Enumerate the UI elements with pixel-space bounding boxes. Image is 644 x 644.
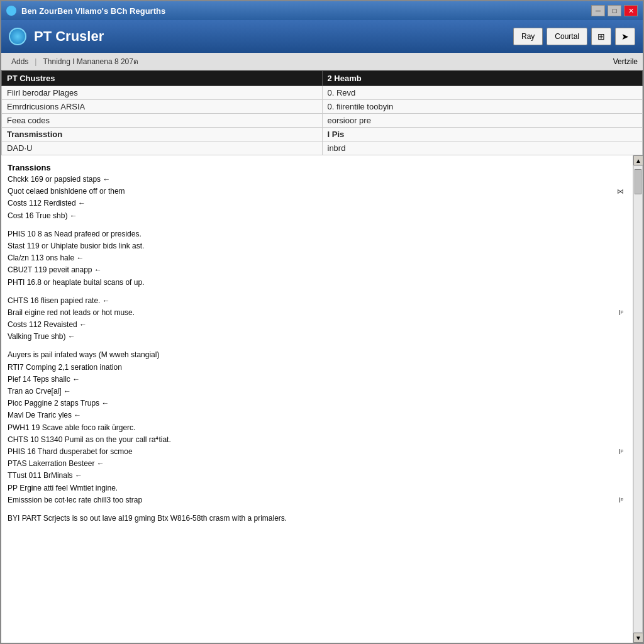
info-cell-pt-chustres: PT Chustres — [2, 71, 323, 86]
line-badge-1: ⋈ — [617, 186, 624, 197]
line-text-22: PWH1 19 Scave able foco raik ürgerc. — [8, 422, 624, 434]
content-line-7: Cla/zn 113 ons hale ← — [8, 252, 624, 264]
line-text-21: Mavl De Traric yles ← — [8, 409, 624, 421]
info-cell-fiir: 0. fiirentile toobyin — [322, 100, 643, 114]
line-text-18: Pief 14 Teps shailc ← — [8, 374, 624, 386]
close-button[interactable]: ✕ — [624, 5, 638, 16]
app-header: PT Crusler Ray Courtal ⊞ ➤ — [1, 20, 643, 53]
content-line-23: CHTS 10 S1340 Pumil as on the your call … — [8, 434, 624, 446]
line-text-17: RTI7 Comping 2,1 seration ination — [8, 362, 624, 374]
line-text-23: CHTS 10 S1340 Pumil as on the your call … — [8, 434, 624, 446]
line-text-20: Pioc Paggine 2 staps Trups ← — [8, 397, 624, 409]
main-window: Ben ZourBen VIlamo's BCh Regurths ─ □ ✕ … — [0, 0, 644, 644]
scroll-track[interactable] — [633, 165, 643, 633]
info-cell-pis: I Pis — [322, 128, 643, 142]
info-cell-eors: eorsioor pre — [322, 114, 643, 128]
content-line-2: Costs 112 Rerdisted ← — [8, 197, 624, 209]
content-line-30: BYI PART Scrjects is so out lave al19 gm… — [8, 513, 624, 525]
ray-button[interactable]: Ray — [513, 28, 543, 45]
content-line-13: Costs 112 Revaisted ← — [8, 319, 624, 331]
line-text-27: PP Ergine atti feel Wmtiet ingine. — [8, 482, 624, 494]
content-line-24: PHIS 16 Thard dusperabet for scmoeIᵖ — [8, 446, 624, 458]
title-bar: Ben ZourBen VIlamo's BCh Regurths ─ □ ✕ — [1, 1, 643, 20]
content-line-25: PTAS Lakerration Besteer ← — [8, 458, 624, 470]
info-cell-fiirl: Fiirl berodar Plages — [2, 86, 323, 100]
line-text-9: PHTI 16.8 or heaplate buital scans of up… — [8, 277, 624, 289]
table-row-2: Emrdricusions ARSIA 0. fiirentile toobyi… — [2, 100, 643, 114]
table-row-dad: DAD·U inbrd — [2, 142, 643, 155]
line-text-26: TTust 011 BrMinals ← — [8, 470, 624, 482]
minimize-button[interactable]: ─ — [591, 5, 605, 16]
info-table: PT Chustres 2 Heamb Fiirl berodar Plages… — [1, 70, 643, 155]
blank-line-29 — [8, 506, 624, 513]
app-icon — [9, 28, 26, 45]
scroll-thumb[interactable] — [635, 169, 641, 194]
content-line-0: Chckk 169 or papsied staps ← — [8, 174, 624, 186]
line-text-8: CBU2T 119 peveit anapp ← — [8, 264, 624, 276]
line-text-25: PTAS Lakerration Besteer ← — [8, 458, 624, 470]
tab-divider: | — [33, 57, 38, 66]
maximize-button[interactable]: □ — [608, 5, 621, 16]
line-text-5: PHIS 10 8 as Nead prafeed or presides. — [8, 228, 624, 240]
courtal-button[interactable]: Courtal — [547, 28, 587, 45]
content-line-28: Emisssion be cot·lec rate chill3 too str… — [8, 494, 624, 506]
content-line-21: Mavl De Traric yles ← — [8, 409, 624, 421]
content-line-14: Valking True shb) ← — [8, 331, 624, 343]
line-badge-12: Iᵖ — [619, 308, 624, 319]
content-area: Transsions Chckk 169 or papsied staps ←Q… — [1, 155, 643, 643]
content-line-8: CBU2T 119 peveit anapp ← — [8, 264, 624, 276]
blank-line-15 — [8, 343, 624, 349]
line-text-2: Costs 112 Rerdisted ← — [8, 197, 624, 209]
tab-bar: Adds | Thnidng I Mananena 8 207ด Vertzil… — [1, 53, 643, 70]
section-title: Transsions — [8, 163, 624, 172]
info-cell-feea: Feea codes — [2, 114, 323, 128]
info-cell-transmission: Transmisstion — [2, 128, 323, 142]
blank-line-4 — [8, 222, 624, 228]
line-text-19: Tran ao Crve[al] ← — [8, 386, 624, 397]
content-line-20: Pioc Paggine 2 staps Trups ← — [8, 397, 624, 409]
blank-line-10 — [8, 289, 624, 295]
content-line-27: PP Ergine atti feel Wmtiet ingine. — [8, 482, 624, 494]
content-line-9: PHTI 16.8 or heaplate buital scans of up… — [8, 277, 624, 289]
scroll-down-button[interactable]: ▼ — [633, 633, 643, 643]
content-lines: Chckk 169 or papsied staps ←Quot celaed … — [8, 174, 624, 525]
line-text-0: Chckk 169 or papsied staps ← — [8, 174, 624, 186]
title-bar-icon — [6, 6, 16, 16]
table-row-3: Feea codes eorsioor pre — [2, 114, 643, 128]
content-line-26: TTust 011 BrMinals ← — [8, 470, 624, 482]
content-line-22: PWH1 19 Scave able foco raik ürgerc. — [8, 422, 624, 434]
tab-right[interactable]: Vertzile — [613, 57, 638, 66]
line-text-12: Brail eigine red not leads or hot muse. — [8, 307, 614, 319]
line-text-1: Quot celaed bnishldene off or them — [8, 186, 612, 197]
content-line-19: Tran ao Crve[al] ← — [8, 386, 624, 397]
scroll-up-button[interactable]: ▲ — [633, 155, 643, 165]
window-title: Ben ZourBen VIlamo's BCh Regurths — [21, 6, 591, 16]
info-cell-2-heamb: 2 Heamb — [322, 71, 643, 86]
line-badge-24: Iᵖ — [619, 447, 624, 458]
line-text-24: PHIS 16 Thard dusperabet for scmoe — [8, 446, 614, 458]
info-cell-dad: DAD·U — [2, 142, 323, 155]
line-text-11: CHTS 16 flisen papied rate. ← — [8, 295, 624, 307]
content-line-18: Pief 14 Teps shailc ← — [8, 374, 624, 386]
content-line-6: Stast 119 or Uhiplate busior bids link a… — [8, 240, 624, 252]
table-row-1: Fiirl berodar Plages 0. Revd — [2, 86, 643, 100]
content-scroll[interactable]: Transsions Chckk 169 or papsied staps ←Q… — [8, 160, 626, 638]
app-title: PT Crusler — [34, 28, 513, 45]
grid-button[interactable]: ⊞ — [591, 28, 611, 45]
line-text-7: Cla/zn 113 ons hale ← — [8, 252, 624, 264]
table-row-header: PT Chustres 2 Heamb — [2, 71, 643, 86]
line-text-16: Auyers is pail infated ways (M wweh stan… — [8, 349, 624, 361]
arrow-button[interactable]: ➤ — [615, 28, 635, 45]
scrollbar[interactable]: ▲ ▼ — [633, 155, 643, 643]
table-row-transmission: Transmisstion I Pis — [2, 128, 643, 142]
tab-middle[interactable]: Thnidng I Mananena 8 207ด — [38, 54, 143, 69]
tab-adds[interactable]: Adds — [6, 56, 33, 67]
content-line-17: RTI7 Comping 2,1 seration ination — [8, 362, 624, 374]
content-line-5: PHIS 10 8 as Nead prafeed or presides. — [8, 228, 624, 240]
line-text-28: Emisssion be cot·lec rate chill3 too str… — [8, 494, 614, 506]
main-content: Transsions Chckk 169 or papsied staps ←Q… — [1, 155, 633, 643]
content-line-16: Auyers is pail infated ways (M wweh stan… — [8, 349, 624, 361]
info-cell-revd: 0. Revd — [322, 86, 643, 100]
line-text-3: Cost 16 True shb) ← — [8, 210, 624, 222]
line-text-13: Costs 112 Revaisted ← — [8, 319, 624, 331]
